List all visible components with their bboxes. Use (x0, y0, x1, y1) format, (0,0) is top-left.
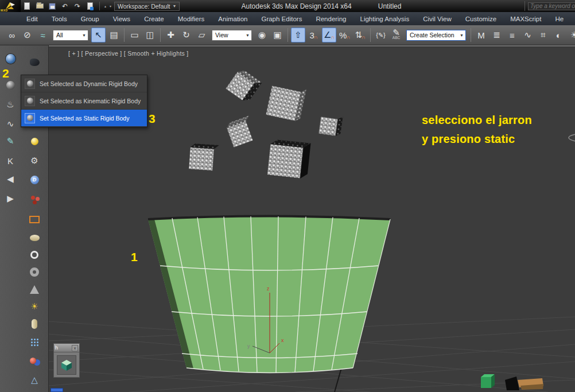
close-icon[interactable]: x (72, 345, 78, 351)
undo-icon[interactable]: ↶ (59, 1, 71, 11)
angle-snap-icon[interactable]: ∠ ∩ (322, 28, 336, 42)
context-menu-item[interactable]: Set Selected as Kinematic Rigid Body (21, 92, 147, 110)
new-scene-icon[interactable] (21, 1, 33, 11)
spinner-snap-icon[interactable]: ⇅ ∩ (353, 28, 367, 42)
context-menu-item[interactable]: Set Selected as Static Rigid Body (21, 110, 147, 127)
use-center-icon[interactable]: ◉ (255, 28, 269, 42)
select-object-icon[interactable]: ↖ (91, 28, 106, 42)
menu-item[interactable]: Graph Editors (254, 14, 309, 24)
caret-down-icon: ▼ (460, 33, 464, 37)
object-paint-icon[interactable]: ✎ (2, 133, 19, 150)
blob-primitive-icon[interactable] (26, 229, 43, 246)
keyword-search-input[interactable] (528, 2, 575, 10)
rope-constraint-icon[interactable]: ∿ (2, 115, 19, 133)
menu-item[interactable]: Animation (211, 14, 254, 24)
max-logo-icon[interactable]: MXD (0, 0, 21, 12)
viewcube[interactable]: LEFT (567, 111, 575, 145)
context-menu-item[interactable]: Set Selected as Dynamic Rigid Body (21, 75, 147, 92)
menu-item[interactable]: Tools (45, 14, 74, 24)
rectangle-primitive-icon[interactable] (26, 211, 43, 228)
align-icon[interactable]: ≣ (489, 28, 504, 42)
layer-manager-icon[interactable]: ≡ (505, 28, 519, 42)
named-selection-abc-icon[interactable]: ✎ ABC (389, 28, 403, 42)
reference-coordinate-dropdown[interactable]: View ▼ (212, 30, 252, 41)
falling-cubes (189, 68, 343, 180)
taskbar-fragment (50, 388, 63, 392)
capsule-primitive-icon[interactable] (26, 315, 43, 332)
gear-icon[interactable]: ⚙ (26, 152, 43, 169)
menu-item[interactable]: Group (74, 14, 106, 24)
cube (226, 68, 262, 104)
menu-item[interactable]: Lighting Analysis (353, 14, 416, 24)
render-setup-icon[interactable]: ☀ (567, 28, 575, 42)
menu-item[interactable]: Create (137, 14, 171, 24)
dot-grid-icon[interactable] (26, 333, 43, 351)
save-file-icon[interactable] (46, 1, 58, 11)
mirror-icon[interactable]: M (474, 28, 488, 42)
panel-right-icon[interactable]: ▶ (2, 190, 19, 207)
select-by-name-icon[interactable]: ▤ (107, 28, 121, 42)
material-editor-icon[interactable]: ◐ (551, 28, 566, 42)
select-and-scale-icon[interactable]: ▱ (195, 28, 209, 42)
select-and-link-icon[interactable]: ∞ (5, 28, 19, 42)
menu-item[interactable]: He (548, 14, 570, 24)
workspace-prev-icon[interactable]: ▴ (103, 4, 108, 8)
panel-left-icon[interactable]: ◀ (2, 170, 19, 188)
pyramid-icon[interactable]: △ (26, 371, 43, 389)
schematic-view-icon[interactable]: ⌗ (536, 28, 550, 42)
spheres-icon[interactable] (24, 352, 41, 369)
particle-cluster-icon[interactable] (24, 189, 41, 206)
curve-editor-icon[interactable]: ∿ (520, 28, 535, 42)
select-and-move-icon[interactable]: ✚ (164, 28, 178, 42)
viewport-label[interactable]: [ + ] [ Perspective ] [ Smooth + Highlig… (68, 50, 189, 57)
bind-to-spacewarp-icon[interactable]: ≈ (36, 28, 50, 42)
cone-primitive-icon[interactable] (26, 281, 43, 298)
cube-thumbnail-icon (57, 355, 76, 375)
unlink-selection-icon[interactable]: ⊘ (20, 28, 34, 42)
massfx-world-icon[interactable] (2, 50, 19, 67)
redo-icon[interactable]: ↷ (72, 1, 83, 11)
caret-down-icon: ▼ (82, 33, 86, 37)
keyword-search (525, 1, 575, 11)
annotation-step-3: 3 (149, 112, 156, 126)
workspace-dropdown[interactable]: Workspace: Default ▼ (114, 2, 180, 11)
sun-light-icon[interactable]: ☀ (26, 298, 43, 315)
menu-item[interactable]: Modifiers (171, 14, 212, 24)
window-crossing-icon[interactable]: ◫ (143, 28, 157, 42)
teapot-icon[interactable]: ♨ (2, 96, 19, 113)
select-and-manipulate-icon[interactable]: ▣ (270, 28, 285, 42)
keyboard-override-icon[interactable]: ⇧ (291, 28, 305, 42)
menu-item[interactable]: Edit (20, 14, 45, 24)
separator (288, 28, 288, 42)
menu-item[interactable]: MAXScript (503, 14, 548, 24)
edit-named-sets-icon[interactable]: {✎} (374, 28, 388, 42)
snaps-toggle-icon[interactable]: 3 ∩ (306, 28, 321, 42)
main-toolbar: ∞ ⊘ ≈ All ▼ ↖ ▤ ▭ ◫ ✚ ↻ ▱ View ▼ ◉ ▣ ⇧ 3… (0, 25, 575, 45)
mini-window[interactable]: h x (53, 343, 80, 378)
workspace-next-icon[interactable]: ▾ (108, 4, 113, 8)
d-sphere-icon[interactable]: D (26, 171, 43, 188)
menu-item[interactable]: Customize (459, 14, 503, 24)
cloth-icon[interactable] (26, 53, 43, 71)
menu-item[interactable]: Civil View (416, 14, 459, 24)
torus-primitive-icon[interactable] (26, 263, 43, 281)
vase-mesh (148, 216, 390, 373)
menu-item[interactable]: Views (106, 14, 137, 24)
named-selection-dropdown[interactable]: Create Selection Se ▼ (406, 30, 466, 41)
select-and-rotate-icon[interactable]: ↻ (179, 28, 193, 42)
caret-down-icon: ▼ (172, 4, 176, 8)
selection-filter-dropdown[interactable]: All ▼ (53, 30, 88, 41)
circle-primitive-icon[interactable] (26, 246, 43, 263)
project-folder-icon[interactable] (84, 1, 96, 11)
mini-window-header[interactable]: h x (54, 344, 79, 352)
selection-filter-value: All (56, 32, 63, 38)
lamp-icon[interactable] (26, 133, 43, 150)
separator (471, 28, 471, 42)
ki-panel-icon[interactable]: K (2, 152, 19, 169)
menu-item[interactable]: Rendering (309, 14, 353, 24)
cube (226, 116, 258, 148)
percent-snap-icon[interactable]: % ∩ (337, 28, 352, 42)
open-file-icon[interactable] (34, 1, 45, 11)
angle-glyph: ∠ (324, 30, 331, 40)
rectangular-selection-region-icon[interactable]: ▭ (127, 28, 142, 42)
